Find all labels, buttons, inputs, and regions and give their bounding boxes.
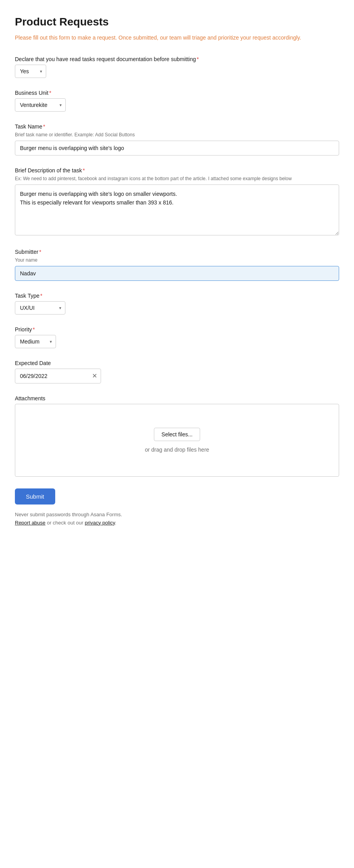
required-star: * bbox=[49, 90, 51, 96]
description-hint: Ex: We need to add pinterest, facebook a… bbox=[15, 176, 339, 181]
task-type-select-wrapper: UX/UI Development Content Other ▾ bbox=[15, 301, 65, 315]
drag-drop-text: or drag and drop files here bbox=[145, 447, 209, 453]
task-name-hint: Brief task name or identifier. Example: … bbox=[15, 132, 339, 137]
priority-select[interactable]: Low Medium High Critical bbox=[15, 335, 56, 348]
form-footer: Never submit passwords through Asana For… bbox=[15, 511, 339, 527]
date-input-wrapper: ✕ bbox=[15, 369, 101, 383]
expected-date-group: Expected Date ✕ bbox=[15, 360, 339, 383]
required-star: * bbox=[39, 249, 41, 255]
description-textarea[interactable]: Burger menu is overlapping with site's l… bbox=[15, 184, 339, 235]
submitter-input[interactable] bbox=[15, 266, 339, 281]
business-unit-group: Business Unit* Venturekite Other ▾ bbox=[15, 90, 339, 112]
required-star: * bbox=[40, 293, 42, 299]
task-type-group: Task Type* UX/UI Development Content Oth… bbox=[15, 293, 339, 315]
read-docs-label: Declare that you have read tasks request… bbox=[15, 56, 339, 62]
footer-or-text: or check out our bbox=[47, 520, 85, 526]
description-group: Brief Description of the task* Ex: We ne… bbox=[15, 167, 339, 237]
read-docs-group: Declare that you have read tasks request… bbox=[15, 56, 339, 78]
submitter-hint: Your name bbox=[15, 257, 339, 263]
select-files-button[interactable]: Select files... bbox=[154, 428, 200, 441]
description-label: Brief Description of the task* bbox=[15, 167, 339, 174]
expected-date-input[interactable] bbox=[15, 369, 101, 383]
priority-group: Priority* Low Medium High Critical ▾ bbox=[15, 326, 339, 348]
priority-select-wrapper: Low Medium High Critical ▾ bbox=[15, 335, 56, 348]
attachments-label: Attachments bbox=[15, 395, 339, 401]
read-docs-select[interactable]: Yes No bbox=[15, 65, 46, 78]
business-unit-label: Business Unit* bbox=[15, 90, 339, 96]
task-type-select[interactable]: UX/UI Development Content Other bbox=[15, 301, 65, 315]
attachments-dropzone[interactable]: Select files... or drag and drop files h… bbox=[15, 404, 339, 477]
priority-label: Priority* bbox=[15, 326, 339, 333]
task-type-label: Task Type* bbox=[15, 293, 339, 299]
task-name-input[interactable] bbox=[15, 141, 339, 156]
privacy-policy-link[interactable]: privacy policy bbox=[85, 520, 115, 526]
footer-period: . bbox=[115, 520, 117, 526]
required-star: * bbox=[197, 56, 199, 62]
submitter-label: Submitter* bbox=[15, 249, 339, 255]
report-abuse-link[interactable]: Report abuse bbox=[15, 520, 45, 526]
task-name-group: Task Name* Brief task name or identifier… bbox=[15, 123, 339, 156]
attachments-group: Attachments Select files... or drag and … bbox=[15, 395, 339, 477]
task-name-label: Task Name* bbox=[15, 123, 339, 130]
required-star: * bbox=[83, 167, 85, 174]
business-unit-select[interactable]: Venturekite Other bbox=[15, 98, 66, 112]
expected-date-label: Expected Date bbox=[15, 360, 339, 366]
required-star: * bbox=[33, 326, 35, 333]
business-unit-select-wrapper: Venturekite Other ▾ bbox=[15, 98, 66, 112]
page-title: Product Requests bbox=[15, 16, 339, 28]
footer-no-passwords-text: Never submit passwords through Asana For… bbox=[15, 512, 122, 517]
submit-button[interactable]: Submit bbox=[15, 488, 55, 505]
read-docs-select-wrapper: Yes No ▾ bbox=[15, 65, 46, 78]
date-clear-button[interactable]: ✕ bbox=[92, 373, 97, 379]
required-star: * bbox=[43, 123, 45, 130]
submitter-group: Submitter* Your name bbox=[15, 249, 339, 281]
page-subtitle: Please fill out this form to make a requ… bbox=[15, 34, 339, 42]
